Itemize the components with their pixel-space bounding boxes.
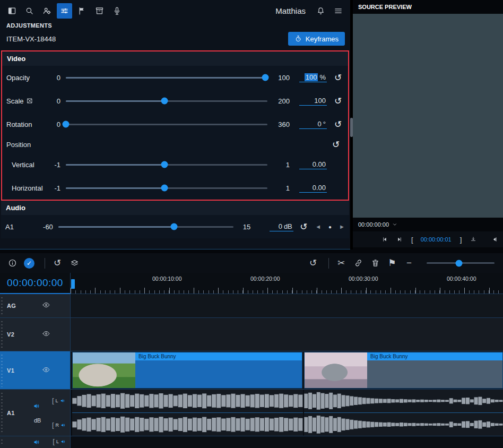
adjustments-button[interactable] [57, 3, 72, 19]
markers-button[interactable] [74, 3, 90, 19]
divider-handle[interactable] [350, 118, 353, 137]
link-button[interactable] [351, 256, 365, 270]
mark-out-button[interactable]: ] [460, 236, 462, 244]
preview-timecode[interactable]: 00:00:00:00 [358, 221, 389, 228]
audio-clip-2[interactable] [304, 390, 503, 436]
info-button[interactable] [5, 256, 19, 270]
go-to-start-button[interactable] [491, 236, 498, 243]
search-button[interactable] [22, 3, 37, 19]
rotation-slider[interactable] [66, 124, 267, 125]
mark-in-button[interactable]: [ [411, 236, 413, 244]
drag-grip[interactable] [1, 438, 3, 446]
mute-toggle[interactable] [33, 402, 40, 411]
check-circle-icon: ✓ [24, 258, 34, 269]
voiceover-button[interactable] [109, 3, 125, 19]
marker-button[interactable]: ⚑ [385, 256, 399, 270]
next-keyframe-button[interactable]: ► [339, 223, 345, 230]
playhead-marker[interactable] [71, 279, 75, 289]
track-a2: [ L [0, 436, 503, 448]
vertical-slider-handle[interactable] [161, 161, 168, 168]
opacity-slider-handle[interactable] [262, 74, 269, 81]
video-clip-2[interactable]: Big Buck Bunny [304, 352, 503, 389]
opacity-reset-button[interactable]: ↺ [332, 73, 344, 82]
menu-button[interactable] [331, 3, 346, 19]
archive-button[interactable] [92, 3, 107, 19]
scale-reset-button[interactable]: ↺ [332, 97, 344, 106]
opacity-value-field[interactable]: 100 % [299, 73, 327, 82]
a1-slider-handle[interactable] [170, 223, 177, 230]
track-a1-header[interactable]: A1 dB [ L [ R [0, 390, 71, 436]
track-a1-lane[interactable] [71, 390, 503, 436]
duration-timecode[interactable]: 00:00:00:01 [421, 236, 452, 243]
drag-grip[interactable] [1, 296, 3, 315]
previous-keyframe-button[interactable]: ◄ [315, 223, 321, 230]
track-a2-header[interactable]: [ L [0, 436, 71, 448]
rotation-slider-handle[interactable] [63, 121, 70, 128]
user-roles-button[interactable] [39, 3, 55, 19]
approve-button[interactable]: ✓ [22, 256, 36, 270]
undo-icon: ↺ [54, 259, 61, 268]
track-ag-lane[interactable] [71, 294, 503, 317]
zoom-slider[interactable] [427, 262, 495, 264]
opacity-slider[interactable] [66, 77, 267, 79]
drag-grip[interactable] [1, 320, 3, 349]
position-reset-button[interactable]: ↺ [330, 140, 342, 149]
rotation-reset-button[interactable]: ↺ [332, 120, 344, 129]
zoom-out-button[interactable]: − [402, 256, 416, 270]
zoom-slider-handle[interactable] [456, 260, 463, 266]
visibility-toggle[interactable] [42, 301, 50, 311]
scale-value-field[interactable]: 100 [299, 96, 327, 106]
a1-reset-button[interactable]: ↺ [299, 222, 309, 231]
vertical-slider[interactable] [66, 164, 267, 166]
a1-gain-slider[interactable] [58, 226, 233, 228]
history-button[interactable]: ↺ [306, 256, 320, 270]
track-a2-lane[interactable] [71, 436, 503, 448]
track-v1-header[interactable]: V1 [0, 351, 71, 389]
layout-button[interactable] [4, 3, 20, 19]
rotation-min: 0 [42, 120, 60, 128]
insert-button[interactable] [470, 236, 476, 243]
step-back-button[interactable] [381, 236, 388, 243]
db-label[interactable]: dB [34, 417, 41, 424]
scale-slider[interactable] [66, 100, 267, 102]
a1-value-field[interactable]: 0 dB [270, 222, 293, 231]
audio-clip-1[interactable] [72, 390, 303, 436]
track-ag-header[interactable]: AG [0, 294, 71, 317]
eye-icon [42, 301, 50, 309]
step-forward-button[interactable] [396, 236, 403, 243]
playhead-timecode[interactable]: 00:00:00:00 [0, 273, 71, 294]
cut-button[interactable]: ✂ [334, 256, 348, 270]
scale-slider-handle[interactable] [161, 98, 168, 105]
trash-icon [371, 259, 380, 268]
visibility-toggle[interactable] [42, 366, 50, 375]
drag-grip[interactable] [1, 354, 3, 387]
eye-icon [42, 330, 50, 338]
horizontal-slider-handle[interactable] [161, 185, 168, 192]
vertical-value-field[interactable]: 0.00 [299, 160, 327, 169]
mute-toggle[interactable] [33, 438, 40, 447]
caret-down-icon[interactable] [392, 222, 397, 227]
drag-grip[interactable] [1, 392, 3, 434]
horizontal-slider[interactable] [66, 187, 267, 189]
notifications-button[interactable] [313, 3, 328, 19]
delete-button[interactable] [368, 256, 382, 270]
video-clip-1[interactable]: Big Buck Bunny [72, 352, 302, 389]
scale-lock-icon[interactable] [27, 98, 33, 104]
rotation-value-field[interactable]: 0 ° [299, 119, 327, 129]
horizontal-value-field[interactable]: 0.00 [299, 183, 327, 193]
visibility-toggle[interactable] [42, 330, 50, 339]
timeline-ruler[interactable]: 00:00:10:00 00:00:20:00 00:00:30:00 00:0… [71, 273, 503, 294]
undo-button[interactable]: ↺ [50, 256, 64, 270]
preview-viewport[interactable] [353, 14, 503, 218]
waveform [304, 391, 503, 411]
keyframes-button[interactable]: Keyframes [288, 32, 345, 46]
preview-timecode-row: 00:00:00:00 [353, 218, 503, 231]
track-v2-header[interactable]: V2 [0, 318, 71, 351]
track-v2-lane[interactable] [71, 318, 503, 351]
track-v1-lane[interactable]: Big Buck Bunny Big Buck Bunny [71, 351, 503, 389]
user-name[interactable]: Matthias [270, 6, 311, 15]
keyframe-navigation: ◄ ● ► [315, 223, 345, 230]
add-keyframe-button[interactable]: ● [328, 224, 332, 230]
panel-divider[interactable] [350, 0, 353, 249]
add-track-button[interactable] [67, 256, 81, 270]
